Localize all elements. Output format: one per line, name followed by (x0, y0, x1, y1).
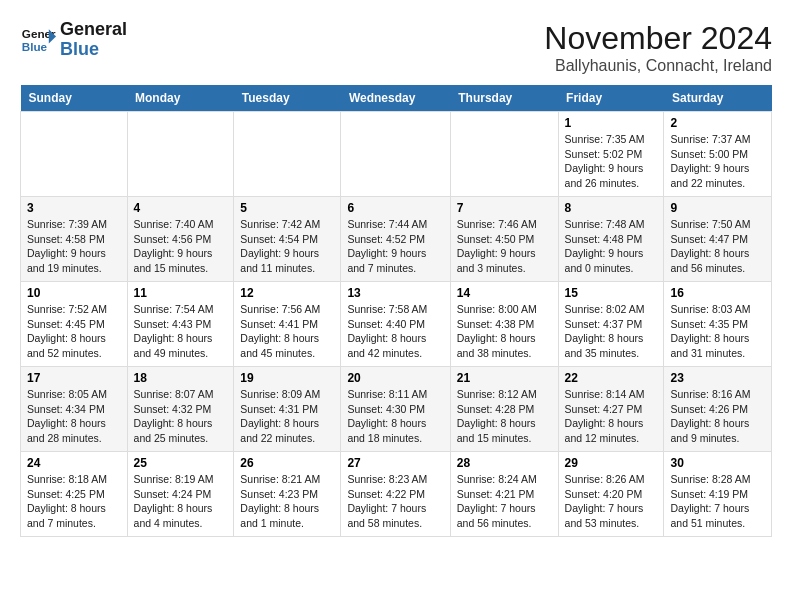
calendar-cell: 19Sunrise: 8:09 AM Sunset: 4:31 PM Dayli… (234, 367, 341, 452)
calendar-cell: 25Sunrise: 8:19 AM Sunset: 4:24 PM Dayli… (127, 452, 234, 537)
location-title: Ballyhaunis, Connacht, Ireland (544, 57, 772, 75)
day-info: Sunrise: 8:16 AM Sunset: 4:26 PM Dayligh… (670, 387, 765, 446)
calendar-cell: 30Sunrise: 8:28 AM Sunset: 4:19 PM Dayli… (664, 452, 772, 537)
calendar-cell: 9Sunrise: 7:50 AM Sunset: 4:47 PM Daylig… (664, 197, 772, 282)
weekday-sunday: Sunday (21, 85, 128, 112)
weekday-friday: Friday (558, 85, 664, 112)
calendar-cell: 15Sunrise: 8:02 AM Sunset: 4:37 PM Dayli… (558, 282, 664, 367)
logo-text-general: General (60, 20, 127, 40)
day-number: 24 (27, 456, 121, 470)
logo-icon: General Blue (20, 22, 56, 58)
calendar-cell: 17Sunrise: 8:05 AM Sunset: 4:34 PM Dayli… (21, 367, 128, 452)
calendar-cell: 7Sunrise: 7:46 AM Sunset: 4:50 PM Daylig… (450, 197, 558, 282)
day-info: Sunrise: 8:19 AM Sunset: 4:24 PM Dayligh… (134, 472, 228, 531)
day-info: Sunrise: 8:23 AM Sunset: 4:22 PM Dayligh… (347, 472, 443, 531)
day-number: 8 (565, 201, 658, 215)
day-number: 19 (240, 371, 334, 385)
calendar-cell: 18Sunrise: 8:07 AM Sunset: 4:32 PM Dayli… (127, 367, 234, 452)
day-number: 6 (347, 201, 443, 215)
calendar-cell: 13Sunrise: 7:58 AM Sunset: 4:40 PM Dayli… (341, 282, 450, 367)
day-number: 2 (670, 116, 765, 130)
day-info: Sunrise: 8:26 AM Sunset: 4:20 PM Dayligh… (565, 472, 658, 531)
day-number: 12 (240, 286, 334, 300)
calendar-week-row: 1Sunrise: 7:35 AM Sunset: 5:02 PM Daylig… (21, 112, 772, 197)
calendar-cell: 16Sunrise: 8:03 AM Sunset: 4:35 PM Dayli… (664, 282, 772, 367)
day-info: Sunrise: 8:14 AM Sunset: 4:27 PM Dayligh… (565, 387, 658, 446)
calendar-cell: 21Sunrise: 8:12 AM Sunset: 4:28 PM Dayli… (450, 367, 558, 452)
calendar-cell: 3Sunrise: 7:39 AM Sunset: 4:58 PM Daylig… (21, 197, 128, 282)
day-number: 30 (670, 456, 765, 470)
day-number: 20 (347, 371, 443, 385)
day-info: Sunrise: 7:39 AM Sunset: 4:58 PM Dayligh… (27, 217, 121, 276)
day-number: 16 (670, 286, 765, 300)
weekday-tuesday: Tuesday (234, 85, 341, 112)
day-info: Sunrise: 8:05 AM Sunset: 4:34 PM Dayligh… (27, 387, 121, 446)
calendar-cell (341, 112, 450, 197)
day-info: Sunrise: 7:35 AM Sunset: 5:02 PM Dayligh… (565, 132, 658, 191)
day-number: 22 (565, 371, 658, 385)
day-number: 7 (457, 201, 552, 215)
calendar-cell: 10Sunrise: 7:52 AM Sunset: 4:45 PM Dayli… (21, 282, 128, 367)
calendar-cell (127, 112, 234, 197)
day-number: 18 (134, 371, 228, 385)
day-number: 9 (670, 201, 765, 215)
logo-text-blue: Blue (60, 40, 127, 60)
weekday-wednesday: Wednesday (341, 85, 450, 112)
day-number: 13 (347, 286, 443, 300)
day-info: Sunrise: 8:09 AM Sunset: 4:31 PM Dayligh… (240, 387, 334, 446)
calendar-cell: 20Sunrise: 8:11 AM Sunset: 4:30 PM Dayli… (341, 367, 450, 452)
day-info: Sunrise: 7:56 AM Sunset: 4:41 PM Dayligh… (240, 302, 334, 361)
logo: General Blue General Blue (20, 20, 127, 60)
day-number: 25 (134, 456, 228, 470)
day-number: 26 (240, 456, 334, 470)
day-info: Sunrise: 8:24 AM Sunset: 4:21 PM Dayligh… (457, 472, 552, 531)
calendar-cell: 29Sunrise: 8:26 AM Sunset: 4:20 PM Dayli… (558, 452, 664, 537)
title-area: November 2024 Ballyhaunis, Connacht, Ire… (544, 20, 772, 75)
day-number: 11 (134, 286, 228, 300)
day-info: Sunrise: 7:52 AM Sunset: 4:45 PM Dayligh… (27, 302, 121, 361)
day-number: 27 (347, 456, 443, 470)
calendar-week-row: 17Sunrise: 8:05 AM Sunset: 4:34 PM Dayli… (21, 367, 772, 452)
calendar-cell: 8Sunrise: 7:48 AM Sunset: 4:48 PM Daylig… (558, 197, 664, 282)
day-number: 29 (565, 456, 658, 470)
day-info: Sunrise: 8:11 AM Sunset: 4:30 PM Dayligh… (347, 387, 443, 446)
day-info: Sunrise: 7:46 AM Sunset: 4:50 PM Dayligh… (457, 217, 552, 276)
calendar-cell: 14Sunrise: 8:00 AM Sunset: 4:38 PM Dayli… (450, 282, 558, 367)
calendar-week-row: 3Sunrise: 7:39 AM Sunset: 4:58 PM Daylig… (21, 197, 772, 282)
calendar-cell (234, 112, 341, 197)
day-number: 3 (27, 201, 121, 215)
calendar-cell: 28Sunrise: 8:24 AM Sunset: 4:21 PM Dayli… (450, 452, 558, 537)
day-number: 14 (457, 286, 552, 300)
day-info: Sunrise: 7:54 AM Sunset: 4:43 PM Dayligh… (134, 302, 228, 361)
weekday-saturday: Saturday (664, 85, 772, 112)
day-info: Sunrise: 8:28 AM Sunset: 4:19 PM Dayligh… (670, 472, 765, 531)
day-number: 10 (27, 286, 121, 300)
day-info: Sunrise: 8:03 AM Sunset: 4:35 PM Dayligh… (670, 302, 765, 361)
svg-text:Blue: Blue (22, 40, 48, 53)
day-info: Sunrise: 7:37 AM Sunset: 5:00 PM Dayligh… (670, 132, 765, 191)
calendar-cell (450, 112, 558, 197)
day-number: 23 (670, 371, 765, 385)
day-info: Sunrise: 7:40 AM Sunset: 4:56 PM Dayligh… (134, 217, 228, 276)
day-info: Sunrise: 8:12 AM Sunset: 4:28 PM Dayligh… (457, 387, 552, 446)
day-number: 4 (134, 201, 228, 215)
day-number: 1 (565, 116, 658, 130)
month-title: November 2024 (544, 20, 772, 57)
calendar-cell: 11Sunrise: 7:54 AM Sunset: 4:43 PM Dayli… (127, 282, 234, 367)
day-number: 21 (457, 371, 552, 385)
calendar-cell: 6Sunrise: 7:44 AM Sunset: 4:52 PM Daylig… (341, 197, 450, 282)
calendar-cell: 2Sunrise: 7:37 AM Sunset: 5:00 PM Daylig… (664, 112, 772, 197)
calendar-cell: 24Sunrise: 8:18 AM Sunset: 4:25 PM Dayli… (21, 452, 128, 537)
day-info: Sunrise: 7:48 AM Sunset: 4:48 PM Dayligh… (565, 217, 658, 276)
day-number: 15 (565, 286, 658, 300)
calendar-cell: 27Sunrise: 8:23 AM Sunset: 4:22 PM Dayli… (341, 452, 450, 537)
day-info: Sunrise: 8:18 AM Sunset: 4:25 PM Dayligh… (27, 472, 121, 531)
calendar-table: SundayMondayTuesdayWednesdayThursdayFrid… (20, 85, 772, 537)
weekday-header-row: SundayMondayTuesdayWednesdayThursdayFrid… (21, 85, 772, 112)
calendar-cell: 5Sunrise: 7:42 AM Sunset: 4:54 PM Daylig… (234, 197, 341, 282)
calendar-cell: 4Sunrise: 7:40 AM Sunset: 4:56 PM Daylig… (127, 197, 234, 282)
calendar-week-row: 10Sunrise: 7:52 AM Sunset: 4:45 PM Dayli… (21, 282, 772, 367)
calendar-week-row: 24Sunrise: 8:18 AM Sunset: 4:25 PM Dayli… (21, 452, 772, 537)
day-info: Sunrise: 7:58 AM Sunset: 4:40 PM Dayligh… (347, 302, 443, 361)
day-info: Sunrise: 7:42 AM Sunset: 4:54 PM Dayligh… (240, 217, 334, 276)
